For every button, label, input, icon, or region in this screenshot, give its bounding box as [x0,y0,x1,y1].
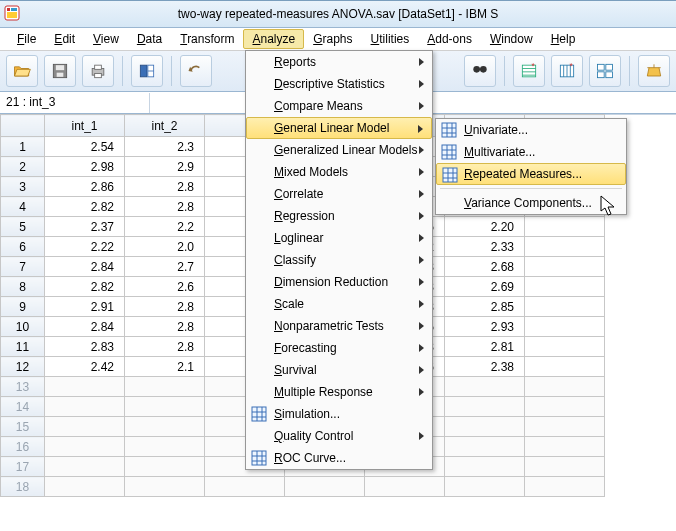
cell[interactable] [525,257,605,277]
cell-name-box[interactable]: 21 : int_3 [0,93,150,114]
cell[interactable]: 2.42 [45,357,125,377]
cell-empty[interactable] [365,477,445,497]
cell[interactable]: 2.82 [45,197,125,217]
cell[interactable]: 2.84 [45,317,125,337]
row-header[interactable]: 3 [1,177,45,197]
menu-item-mixed-models[interactable]: Mixed Models [246,161,432,183]
row-header[interactable]: 14 [1,397,45,417]
cell[interactable] [525,337,605,357]
submenu-item-repeated-measures[interactable]: Repeated Measures... [436,163,626,185]
menu-graphs[interactable]: Graphs [304,29,361,49]
menu-item-general-linear-model[interactable]: General Linear Model [246,117,432,139]
cell-empty[interactable] [445,477,525,497]
open-button[interactable] [6,55,38,87]
cell[interactable]: 2.8 [125,337,205,357]
cell[interactable]: 2.37 [45,217,125,237]
row-header[interactable]: 5 [1,217,45,237]
cell[interactable]: 2.83 [45,337,125,357]
cell[interactable]: 2.68 [445,257,525,277]
menu-transform[interactable]: Transform [171,29,243,49]
cell[interactable]: 2.6 [125,277,205,297]
cell-empty[interactable] [525,397,605,417]
cell-empty[interactable] [445,377,525,397]
cell-empty[interactable] [45,397,125,417]
cell-empty[interactable] [445,417,525,437]
cell[interactable]: 2.86 [45,177,125,197]
cell[interactable]: 2.20 [445,217,525,237]
menu-item-quality-control[interactable]: Quality Control [246,425,432,447]
cell-empty[interactable] [525,417,605,437]
menu-item-simulation[interactable]: Simulation... [246,403,432,425]
cell-empty[interactable] [45,477,125,497]
menu-data[interactable]: Data [128,29,171,49]
row-header[interactable]: 7 [1,257,45,277]
row-header[interactable]: 12 [1,357,45,377]
table-row-empty[interactable]: 18 [1,477,605,497]
corner-cell[interactable] [1,115,45,137]
cell-empty[interactable] [45,457,125,477]
menu-item-survival[interactable]: Survival [246,359,432,381]
menu-item-forecasting[interactable]: Forecasting [246,337,432,359]
cell[interactable]: 2.85 [445,297,525,317]
cell-empty[interactable] [45,437,125,457]
cell[interactable] [525,277,605,297]
menu-analyze[interactable]: Analyze [243,29,304,49]
cell-empty[interactable] [125,397,205,417]
menu-item-reports[interactable]: Reports [246,51,432,73]
print-button[interactable] [82,55,114,87]
menu-view[interactable]: View [84,29,128,49]
cell-empty[interactable] [525,457,605,477]
menu-utilities[interactable]: Utilities [362,29,419,49]
row-header[interactable]: 4 [1,197,45,217]
row-header[interactable]: 6 [1,237,45,257]
submenu-item-multivariate[interactable]: Multivariate... [436,141,626,163]
cell[interactable]: 2.38 [445,357,525,377]
col-header[interactable]: int_2 [125,115,205,137]
cell-empty[interactable] [445,437,525,457]
cell-empty[interactable] [125,477,205,497]
cell[interactable]: 2.91 [45,297,125,317]
cell-empty[interactable] [525,477,605,497]
cell-empty[interactable] [445,397,525,417]
cell-empty[interactable] [125,437,205,457]
undo-button[interactable] [180,55,212,87]
menu-item-compare-means[interactable]: Compare Means [246,95,432,117]
menu-item-regression[interactable]: Regression [246,205,432,227]
menu-item-nonparametric-tests[interactable]: Nonparametric Tests [246,315,432,337]
row-header[interactable]: 10 [1,317,45,337]
row-header[interactable]: 13 [1,377,45,397]
submenu-item-variance-components[interactable]: Variance Components... [436,192,626,214]
row-header[interactable]: 15 [1,417,45,437]
cell[interactable]: 2.54 [45,137,125,157]
cell[interactable]: 2.69 [445,277,525,297]
cell[interactable]: 2.93 [445,317,525,337]
cell[interactable]: 2.8 [125,177,205,197]
menu-item-dimension-reduction[interactable]: Dimension Reduction [246,271,432,293]
cell[interactable]: 2.2 [125,217,205,237]
cell[interactable]: 2.3 [125,137,205,157]
cell-empty[interactable] [125,457,205,477]
cell[interactable] [525,357,605,377]
cell[interactable]: 2.1 [125,357,205,377]
find-button[interactable] [464,55,496,87]
row-header[interactable]: 17 [1,457,45,477]
cell[interactable] [525,237,605,257]
menu-item-loglinear[interactable]: Loglinear [246,227,432,249]
row-header[interactable]: 11 [1,337,45,357]
row-header[interactable]: 16 [1,437,45,457]
menu-add-ons[interactable]: Add-ons [418,29,481,49]
cell[interactable]: 2.0 [125,237,205,257]
cell[interactable] [525,297,605,317]
menu-window[interactable]: Window [481,29,542,49]
row-header[interactable]: 9 [1,297,45,317]
cell[interactable]: 2.9 [125,157,205,177]
cell[interactable]: 2.82 [45,277,125,297]
cell[interactable]: 2.98 [45,157,125,177]
row-header[interactable]: 18 [1,477,45,497]
weight-button[interactable] [638,55,670,87]
menu-item-multiple-response[interactable]: Multiple Response [246,381,432,403]
menu-item-scale[interactable]: Scale [246,293,432,315]
cell[interactable] [525,317,605,337]
cell-empty[interactable] [525,437,605,457]
row-header[interactable]: 2 [1,157,45,177]
